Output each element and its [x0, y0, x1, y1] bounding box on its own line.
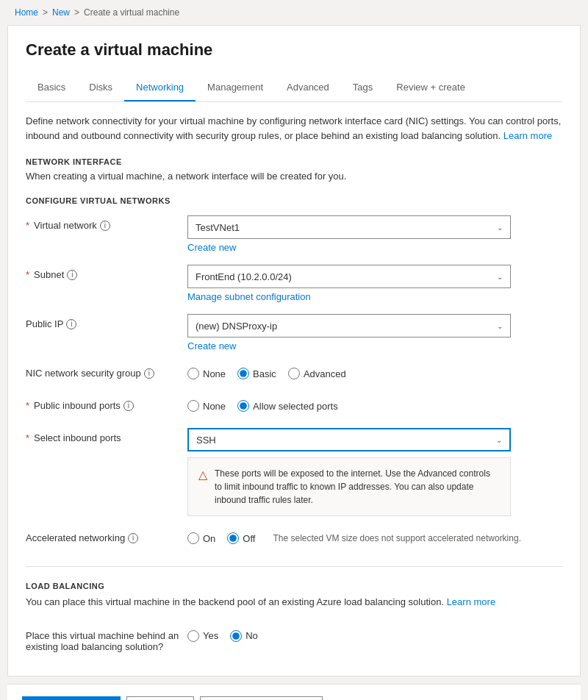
nic-nsg-label-cell: NIC network security group i	[26, 357, 187, 388]
breadcrumb-current: Create a virtual machine	[84, 7, 179, 18]
nic-nsg-basic-radio[interactable]	[237, 368, 249, 379]
tab-networking[interactable]: Networking	[124, 74, 196, 101]
nic-nsg-none-radio[interactable]	[187, 368, 199, 379]
load-balancing-yes-option[interactable]: Yes	[187, 630, 218, 642]
select-inbound-ports-value: SSH	[196, 435, 216, 446]
warning-triangle-icon: △	[198, 468, 207, 507]
nic-nsg-advanced-label: Advanced	[304, 368, 346, 379]
public-inbound-allow-radio[interactable]	[237, 400, 249, 412]
load-balancing-desc: You can place this virtual machine in th…	[26, 595, 562, 610]
public-inbound-ports-required: *	[26, 400, 29, 411]
nic-nsg-advanced-radio[interactable]	[288, 368, 300, 379]
load-balancing-no-radio[interactable]	[230, 630, 242, 642]
breadcrumb-new[interactable]: New	[52, 7, 70, 18]
subnet-arrow-icon: ⌄	[497, 273, 503, 281]
public-ip-create-new-link[interactable]: Create new	[187, 340, 562, 351]
description-text: Define network connectivity for your vir…	[26, 115, 561, 141]
main-card: Create a virtual machine Basics Disks Ne…	[7, 25, 581, 676]
load-balancing-field-label: Place this virtual machine behind an exi…	[26, 630, 187, 652]
accelerated-networking-on-radio[interactable]	[187, 532, 199, 544]
public-ip-label: Public IP i	[26, 318, 76, 329]
nic-nsg-radio-group: None Basic Advanced	[187, 363, 562, 384]
accelerated-networking-control: On Off The selected VM size does not sup…	[187, 522, 562, 554]
virtual-network-value: TestVNet1	[196, 222, 240, 233]
virtual-network-control: TestVNet1 ⌄ Create new	[187, 210, 562, 259]
public-inbound-none-label: None	[203, 401, 226, 412]
breadcrumb-home[interactable]: Home	[15, 7, 38, 18]
tab-review-create[interactable]: Review + create	[384, 74, 477, 101]
accelerated-networking-on-option[interactable]: On	[187, 532, 215, 544]
review-create-button[interactable]: Review + create	[22, 696, 121, 701]
form-grid: * Virtual network i TestVNet1 ⌄ Create n…	[26, 210, 562, 554]
load-balancing-no-label: No	[245, 630, 258, 641]
public-ip-info-icon[interactable]: i	[66, 319, 76, 329]
public-inbound-none-option[interactable]: None	[187, 400, 226, 412]
load-balancing-desc-text: You can place this virtual machine in th…	[26, 596, 444, 607]
load-balancing-learn-more-link[interactable]: Learn more	[447, 596, 495, 607]
public-ip-value: (new) DNSProxy-ip	[196, 321, 277, 332]
tab-tags[interactable]: Tags	[341, 74, 384, 101]
tabs-bar: Basics Disks Networking Management Advan…	[26, 74, 562, 102]
load-balancing-yes-radio[interactable]	[187, 630, 199, 642]
public-inbound-none-radio[interactable]	[187, 400, 199, 412]
page-title: Create a virtual machine	[26, 40, 562, 60]
nic-nsg-none-label: None	[203, 368, 226, 379]
load-balancing-control: Yes No	[187, 620, 562, 652]
public-inbound-ports-label: * Public inbound ports i	[26, 400, 134, 411]
accelerated-networking-off-radio[interactable]	[227, 532, 239, 544]
next-management-button[interactable]: Next : Management >	[200, 696, 323, 701]
nic-nsg-none-option[interactable]: None	[187, 368, 226, 379]
virtual-network-label-cell: * Virtual network i	[26, 210, 187, 240]
select-inbound-ports-required: *	[26, 432, 29, 443]
accelerated-networking-off-option[interactable]: Off	[227, 532, 255, 544]
description-block: Define network connectivity for your vir…	[26, 114, 562, 143]
breadcrumb-sep1: >	[43, 7, 48, 18]
load-balancing-label: LOAD BALANCING	[26, 582, 562, 590]
load-balancing-radio-group: Yes No	[187, 626, 562, 646]
nic-nsg-advanced-option[interactable]: Advanced	[288, 368, 346, 379]
accelerated-networking-note: The selected VM size does not support ac…	[273, 533, 521, 543]
network-interface-desc: When creating a virtual machine, a netwo…	[26, 171, 562, 182]
breadcrumb: Home > New > Create a virtual machine	[0, 0, 588, 25]
warning-box: △ These ports will be exposed to the int…	[187, 457, 511, 516]
previous-button[interactable]: Previous	[126, 696, 195, 701]
accelerated-networking-info-icon[interactable]: i	[128, 533, 138, 543]
public-ip-dropdown[interactable]: (new) DNSProxy-ip ⌄	[187, 314, 511, 338]
public-ip-control: (new) DNSProxy-ip ⌄ Create new	[187, 308, 562, 357]
load-balancing-field-label-cell: Place this virtual machine behind an exi…	[26, 620, 187, 661]
subnet-dropdown[interactable]: FrontEnd (10.2.0.0/24) ⌄	[187, 265, 511, 288]
network-interface-label: NETWORK INTERFACE	[26, 157, 562, 166]
subnet-label-cell: * Subnet i	[26, 259, 187, 289]
subnet-value: FrontEnd (10.2.0.0/24)	[196, 271, 292, 282]
virtual-network-dropdown[interactable]: TestVNet1 ⌄	[187, 215, 511, 239]
public-inbound-ports-label-cell: * Public inbound ports i	[26, 390, 187, 420]
virtual-network-create-new-link[interactable]: Create new	[187, 242, 562, 253]
tab-management[interactable]: Management	[196, 74, 275, 101]
load-balancing-yes-label: Yes	[203, 630, 218, 641]
subnet-required: *	[26, 269, 29, 280]
nic-nsg-info-icon[interactable]: i	[144, 368, 154, 379]
subnet-info-icon[interactable]: i	[67, 270, 77, 280]
virtual-network-arrow-icon: ⌄	[497, 224, 503, 232]
nic-nsg-basic-option[interactable]: Basic	[237, 368, 276, 379]
tab-advanced[interactable]: Advanced	[275, 74, 341, 101]
public-inbound-ports-radio-group: None Allow selected ports	[187, 396, 562, 416]
tab-basics[interactable]: Basics	[26, 74, 77, 101]
breadcrumb-sep2: >	[74, 7, 79, 18]
select-inbound-ports-label: * Select inbound ports	[26, 432, 121, 443]
load-balancing-form-grid: Place this virtual machine behind an exi…	[26, 620, 562, 661]
nic-nsg-label: NIC network security group i	[26, 368, 154, 379]
public-inbound-ports-info-icon[interactable]: i	[123, 401, 134, 411]
subnet-manage-link[interactable]: Manage subnet configuration	[187, 291, 562, 302]
learn-more-link[interactable]: Learn more	[503, 130, 552, 141]
tab-disks[interactable]: Disks	[77, 74, 124, 101]
public-ip-label-cell: Public IP i	[26, 308, 187, 338]
warning-text: These ports will be exposed to the inter…	[215, 467, 500, 507]
accelerated-networking-on-label: On	[203, 533, 215, 544]
public-inbound-allow-option[interactable]: Allow selected ports	[237, 400, 338, 412]
load-balancing-no-option[interactable]: No	[230, 630, 258, 642]
accelerated-networking-label: Accelerated networking i	[26, 532, 138, 543]
select-inbound-ports-dropdown[interactable]: SSH ⌄	[187, 428, 511, 451]
virtual-network-info-icon[interactable]: i	[100, 221, 110, 231]
public-inbound-allow-label: Allow selected ports	[253, 401, 338, 412]
